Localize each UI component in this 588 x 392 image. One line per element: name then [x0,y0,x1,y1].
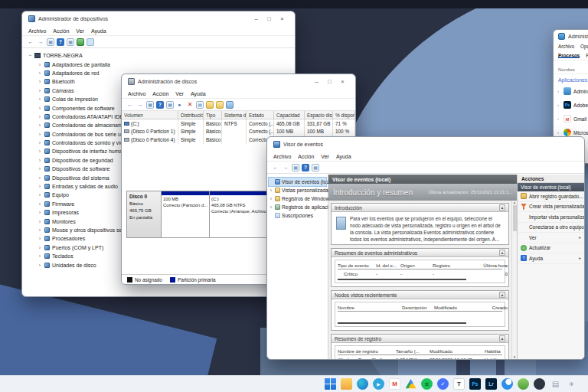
action-open-saved-log[interactable]: Abrir registro guardado... [518,191,584,202]
properties-icon[interactable]: ▦ [166,101,174,109]
collapse-icon[interactable]: ▲ [499,204,505,211]
column-header[interactable]: Creado [483,305,508,310]
taskbar-icon-send[interactable]: ✈ [566,378,577,390]
title-bar[interactable]: Administrador de dispositivos – □ × [22,11,295,26]
chevron-right-icon[interactable]: › [38,227,42,233]
menu-item[interactable]: Acción [53,28,69,34]
minimize-button[interactable]: – [250,15,263,22]
chevron-right-icon[interactable]: › [557,116,561,121]
chevron-right-icon[interactable]: › [557,103,561,107]
maximize-button[interactable]: □ [323,78,336,85]
chevron-right-icon[interactable]: › [269,196,273,201]
taskbar-icon-dark-app[interactable] [534,378,545,390]
console-window-icon[interactable]: ▦ [47,38,54,46]
chevron-right-icon[interactable]: › [38,236,42,241]
chevron-right-icon[interactable]: › [38,132,42,137]
menu-item[interactable]: Archivo [28,28,46,34]
menu-item[interactable]: Archivo [273,154,291,159]
taskbar-icon-telegram[interactable]: ▶ [373,378,384,390]
chevron-right-icon[interactable]: › [38,70,42,76]
console-tree-item[interactable]: › Registros de aplicaciones y s... [269,203,326,211]
taskbar-icon-gmail[interactable]: M [389,378,400,390]
table-row[interactable]: Windows PowerShell 1,07 MB/1... 25/11/20… [338,355,502,359]
taskbar-icon-start[interactable] [325,378,336,390]
taskbar-icon-printer[interactable]: ▤ [550,378,561,390]
action-view[interactable]: Ver ▸ [518,233,584,243]
console-tree-item[interactable]: › Registros de Windows [269,194,326,203]
horizontal-scrollbar[interactable] [338,279,466,280]
console-window-icon[interactable]: ▦ [146,101,154,109]
title-bar[interactable]: Visor de eventos [267,137,584,152]
section-header[interactable]: Introducción ▲ [332,204,508,212]
title-bar[interactable]: Administración de discos – □ × [122,74,355,89]
column-header[interactable]: Última hora [469,263,508,268]
back-icon[interactable]: ← [126,101,134,109]
properties-icon[interactable]: ▦ [67,38,74,46]
column-header[interactable]: Tamaño (... [396,348,430,354]
chevron-right-icon[interactable]: › [38,96,42,102]
column-header[interactable]: Habilita [485,348,508,354]
console-window-icon[interactable]: ▦ [292,164,299,172]
volume-row[interactable]: (Disco 0 Partición 1) Simple Básico Corr… [122,128,355,136]
extend-volume-icon[interactable] [216,101,224,109]
forward-icon[interactable]: → [37,38,44,46]
chevron-right-icon[interactable]: › [38,114,42,119]
chevron-right-icon[interactable]: › [38,253,42,259]
horizontal-scrollbar[interactable] [338,322,466,324]
scroll-down-icon[interactable]: ▼ [513,355,516,359]
open-icon[interactable]: ▸ [176,101,184,109]
taskbar-icon-explorer[interactable] [341,378,352,390]
table-row[interactable]: Crítico - - - 0 [338,270,502,277]
forward-icon[interactable]: → [282,164,289,172]
chevron-right-icon[interactable]: › [38,106,42,111]
help-icon[interactable]: ? [302,164,309,172]
menu-item[interactable]: Acción [152,91,168,96]
process-row[interactable]: › Administrador... [554,84,588,98]
doc-icon[interactable]: ▤ [196,101,204,109]
chevron-right-icon[interactable]: › [269,188,273,193]
forward-icon[interactable]: → [136,101,144,109]
section-header[interactable]: Nodos vistos recientemente ▲ [332,291,508,299]
help-icon[interactable]: ? [57,38,64,46]
scan-hardware-icon[interactable] [77,38,84,46]
back-icon[interactable]: ← [27,38,34,46]
console-tree-item[interactable]: Visor de eventos (local) [269,178,326,186]
disk0-header[interactable]: Disco 0 Básico 465,75 GB En pantalla [126,191,162,238]
chevron-right-icon[interactable]: › [38,210,42,215]
chevron-right-icon[interactable]: › [557,130,561,135]
column-header[interactable]: Capacidad [274,111,305,119]
menu-item[interactable]: Ayuda [191,91,206,96]
chevron-right-icon[interactable]: › [38,62,42,67]
process-row[interactable]: › Ps Adobe Phot... [554,98,588,112]
console-tree-item[interactable]: Suscripciones [269,211,326,220]
chevron-down-icon[interactable]: › [28,54,33,58]
column-header[interactable]: Distribución [178,111,204,119]
menu-item[interactable]: Archivo [128,91,145,96]
collapse-icon[interactable]: ▲ [499,335,505,341]
taskbar-icon-lightroom[interactable]: Lr [485,378,497,390]
chevron-right-icon[interactable]: › [38,149,42,154]
menu-item[interactable]: Ver [321,154,329,159]
action-help[interactable]: ? Ayuda ▸ [518,253,584,264]
menu-item[interactable]: Ver [175,91,184,96]
column-header[interactable]: Espacio disponible [305,111,333,119]
action-refresh[interactable]: Actualizar [518,243,584,254]
scroll-up-icon[interactable]: ▲ [513,201,516,204]
menu-item[interactable]: Ayuda [91,28,106,34]
column-header[interactable]: Id. del e... [376,263,400,268]
chevron-right-icon[interactable]: › [557,89,561,93]
column-header[interactable]: Registro [433,263,469,268]
action-connect-other-computer[interactable]: Conectarse a otro equipo... [518,223,584,234]
menu-item[interactable]: Ayuda [336,154,351,159]
column-header[interactable]: Nombre [338,305,402,310]
device-category[interactable]: › Adaptadores de pantalla [38,60,295,68]
column-header[interactable]: Sistema de archivos [222,111,247,119]
tab[interactable]: Procesos [558,53,580,58]
shrink-volume-icon[interactable] [226,101,234,109]
taskbar-icon-photoshop[interactable]: Ps [469,378,481,390]
column-header[interactable]: Modificado [434,305,483,310]
column-header[interactable]: Volumen [122,111,178,119]
new-volume-icon[interactable] [206,101,214,109]
taskbar-icon-green-app[interactable] [518,378,529,390]
console-tree-item[interactable]: › Vistas personalizadas [269,186,326,194]
